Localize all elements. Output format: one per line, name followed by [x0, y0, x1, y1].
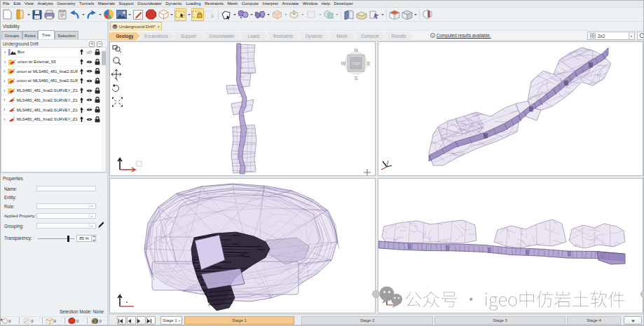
svg-text:E: E: [367, 60, 371, 67]
svg-text:N: N: [354, 47, 357, 53]
svg-text:W: W: [341, 60, 346, 67]
svg-text:S: S: [355, 75, 358, 81]
svg-text:TOP: TOP: [352, 62, 360, 66]
